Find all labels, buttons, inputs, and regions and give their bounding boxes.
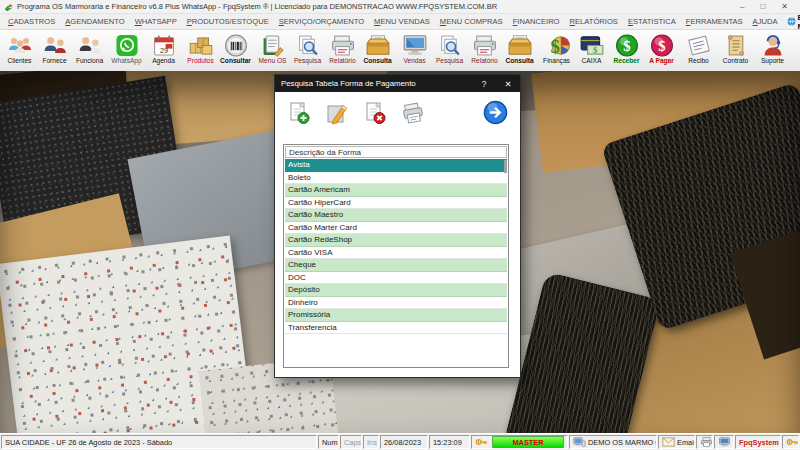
status-print-button[interactable] [696,435,713,449]
toolbar: ClientesForneceFuncionaWhatsApp29AgendaP… [0,30,800,73]
status-email-button[interactable]: Email [658,435,695,449]
status-location: SUA CIDADE - UF 26 de Agosto de 2023 - S… [1,435,317,449]
toolbar-button-label: Vendas [404,57,426,64]
toolbar-button-whatsapp[interactable]: WhatsApp [109,31,144,71]
menu-item-cadastros[interactable]: CADASTROS [3,17,60,26]
list-item-dep-sito[interactable]: Depósito [285,284,507,297]
list-item-boleto[interactable]: Boleto [285,172,507,185]
list-item-avista[interactable]: Avista [285,159,507,172]
toolbar-button-consulta[interactable]: Consulta [502,31,537,71]
list-item-cart-o-marter-card[interactable]: Cartão Marter Card [285,222,507,235]
status-brand[interactable]: FpqSystem [735,435,781,449]
toolbar-button-recibo[interactable]: Recibo [681,31,716,71]
arrow-circle-right-icon [483,100,508,129]
toolbar-button-relat-rio[interactable]: Relatório [467,31,502,71]
toolbar-button-fornece[interactable]: Fornece [37,31,72,71]
toolbar-button-label: Consulta [505,57,533,64]
toolbar-button-vendas[interactable]: Vendas [397,31,432,71]
list-item-cart-o-visa[interactable]: Cartão VISA [285,247,507,260]
toolbar-button-consulta[interactable]: Consulta [360,31,395,71]
dialog-help-button[interactable]: ? [472,75,496,92]
brand-text: FpqSystem [739,438,779,447]
toolbar-button-label: Fornece [42,57,66,64]
toolbar-button-consultar[interactable]: Consultar [218,31,253,71]
toolbar-button-agenda[interactable]: 29Agenda [146,31,181,71]
list-item-cheque[interactable]: Cheque [285,259,507,272]
toolbar-button-label: Contrato [723,57,748,64]
clipboard-icon [260,33,286,57]
svg-text:$: $ [550,36,559,56]
svg-text:29: 29 [159,46,167,55]
search-pages-icon [437,33,463,57]
toolbar-button-contrato[interactable]: Contrato [718,31,753,71]
toolbar-button-label: Receber [613,57,639,64]
list-scrollbar-thumb[interactable] [504,160,507,173]
menu-item-financeiro[interactable]: FINANCEIRO [508,17,565,26]
envelope-icon [662,437,675,447]
edit-record-icon [325,101,349,129]
toolbar-button-suporte[interactable]: Suporte [755,31,790,71]
toolbar-button-receber[interactable]: $Receber [609,31,644,71]
toolbar-button-coin[interactable]: $ [792,31,800,71]
maximize-button[interactable]: □ [760,2,765,12]
toolbar-button-pesquisa[interactable]: Pesquisa [432,31,467,71]
caps-lock-indicator: Caps [344,438,361,447]
toolbar-button-menu-os[interactable]: Menu OS [255,31,290,71]
toolbar-button-relat-rio[interactable]: Relatório [325,31,360,71]
menu-item-relat-rios[interactable]: RELATÓRIOS [565,17,623,26]
list-item-promiss-ria[interactable]: Promissória [285,309,507,322]
forward-button[interactable] [483,100,508,129]
menu-item-ferramentas[interactable]: FERRAMENTAS [681,17,748,26]
menu-item-estatistica[interactable]: ESTATISTICA [623,17,681,26]
menu-item-ajuda[interactable]: AJUDA [748,17,783,26]
delete-record-icon [363,101,387,129]
list-item-dinheiro[interactable]: Dinheiro [285,297,507,310]
globe-icon [787,17,796,26]
menu-item-whatsapp[interactable]: WHATSAPP [130,17,182,26]
dialog-close-button[interactable]: ✕ [496,75,520,92]
status-monitor-button[interactable] [714,435,734,449]
edit-record-button[interactable] [325,101,349,129]
toolbar-button-funciona[interactable]: Funciona [72,31,107,71]
toolbar-button-a-pagar[interactable]: $A Pagar [644,31,679,71]
application-window: Programa OS Marmoraria e Financeiro v6.8… [0,0,800,450]
status-date: 26/08/2023 [380,435,428,449]
status-key-button[interactable] [782,435,799,449]
menu-item-produtos-estoque[interactable]: PRODUTOS/ESTOQUE [182,17,274,26]
whatsapp-icon [114,33,140,57]
print-record-button[interactable] [401,101,425,129]
key-icon [475,437,488,447]
list-item-transferencia[interactable]: Transferencia [285,322,507,335]
printer-icon [472,33,498,57]
svg-text:$: $ [623,38,630,54]
minimize-button[interactable]: – [740,2,744,12]
dialog-titlebar: Pesquisa Tabela Forma de Pagamento ? ✕ [275,75,520,92]
finance-icon: $ [544,33,570,57]
menu-item-menu-compras[interactable]: MENU COMPRAS [435,17,508,26]
toolbar-button-finan-as[interactable]: $Finanças [539,31,574,71]
new-record-button[interactable] [287,101,311,129]
window-controls: – □ ✕ [740,2,796,12]
drawer-icon [365,33,391,57]
toolbar-button-caixa[interactable]: $CAIXA [574,31,609,71]
payment-form-dialog: Pesquisa Tabela Forma de Pagamento ? ✕ D… [274,74,521,378]
toolbar-button-pesquisa[interactable]: Pesquisa [290,31,325,71]
drawer-icon [507,33,533,57]
close-button[interactable]: ✕ [781,2,788,12]
list-item-cart-o-hipercard[interactable]: Cartão HiperCard [285,197,507,210]
menu-item-servi-o-or-amento[interactable]: SERVIÇO/ORÇAMENTO [274,17,369,26]
list-item-doc[interactable]: DOC [285,272,507,285]
toolbar-button-clientes[interactable]: Clientes [2,31,37,71]
menu-item-agendamento[interactable]: AGENDAMENTO [60,17,129,26]
delete-record-button[interactable] [363,101,387,129]
menu-item-email[interactable]: E-MAIL [783,13,800,31]
menu-item-menu-vendas[interactable]: MENU VENDAS [369,17,435,26]
status-access-level: MASTER [471,435,568,449]
monitor-small-icon [718,437,731,447]
barcode-icon [223,33,249,57]
status-time-text: 15:23:09 [433,438,462,447]
list-item-cart-o-maestro[interactable]: Cartão Maestro [285,209,507,222]
list-item-cart-o-redeshop[interactable]: Cartão RedeShop [285,234,507,247]
list-item-cart-o-americam[interactable]: Cartão Americam [285,184,507,197]
toolbar-button-produtos[interactable]: Produtos [183,31,218,71]
